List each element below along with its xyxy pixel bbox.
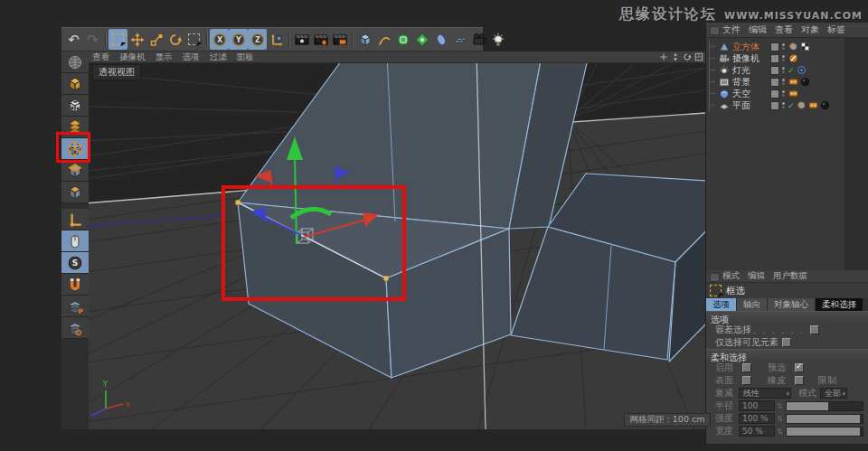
preselect-checkbox[interactable]: [795, 363, 804, 372]
toolbar-button-last-tool[interactable]: [184, 29, 203, 50]
object-row-background[interactable]: 背景: [706, 76, 868, 88]
tag-compositing-icon[interactable]: [808, 100, 819, 110]
toolbar-button-generators[interactable]: [393, 29, 412, 50]
toolbar-button-lock-y[interactable]: Y: [229, 29, 248, 50]
layer-toggle[interactable]: [770, 78, 779, 87]
enable-checkbox[interactable]: [742, 363, 751, 372]
palette-button-edge-mode[interactable]: [61, 160, 89, 182]
visibility-dots[interactable]: [782, 102, 785, 108]
toolbar-button-undo[interactable]: ↶: [64, 29, 83, 50]
toolbar-button-lock-x[interactable]: X: [210, 29, 229, 50]
visibility-dots[interactable]: [782, 79, 785, 85]
visibility-dots[interactable]: [782, 55, 785, 61]
toolbar-button-floor[interactable]: [450, 29, 469, 50]
object-row-plane[interactable]: 平面✓: [706, 99, 868, 111]
palette-button-make-editable[interactable]: [61, 52, 89, 73]
toolbar-button-move[interactable]: [127, 29, 146, 50]
viewport-menu-item-5[interactable]: 面板: [237, 52, 254, 63]
toolbar-button-environment[interactable]: [431, 29, 450, 50]
attribute-tab-轴向[interactable]: 轴向: [737, 298, 768, 311]
strength-slider[interactable]: [786, 414, 863, 424]
palette-button-snap-magnet[interactable]: [61, 274, 89, 296]
falloff-dropdown[interactable]: 线性: [739, 388, 791, 399]
attribute-manager-menu-item-1[interactable]: 编辑: [748, 270, 765, 282]
visibility-dots[interactable]: [782, 90, 785, 97]
tag-phong-icon[interactable]: [788, 42, 798, 52]
width-slider[interactable]: [786, 427, 863, 437]
viewport[interactable]: Y x z 查看摄像机显示选项过滤面板 透视视图 网格间距 : 100 cm: [61, 52, 705, 429]
viewport-control-rotate[interactable]: [683, 52, 692, 61]
viewport-control-pan[interactable]: [659, 52, 668, 61]
tag-compositing-icon[interactable]: [788, 89, 798, 99]
object-manager-menu-item-4[interactable]: 标签: [827, 23, 845, 36]
tag-uvw-icon[interactable]: [799, 42, 810, 52]
viewport-menu-item-3[interactable]: 选项: [183, 52, 200, 63]
attribute-manager-menu-item-0[interactable]: 模式: [722, 270, 740, 282]
layer-toggle[interactable]: [770, 101, 779, 110]
palette-button-enable-axis[interactable]: [61, 209, 89, 230]
radius-field[interactable]: 100 cm: [739, 400, 775, 411]
object-row-light[interactable]: 灯光✓: [706, 64, 868, 76]
attribute-tab-柔和选择[interactable]: 柔和选择: [816, 298, 863, 311]
object-name[interactable]: 摄像机: [732, 52, 770, 65]
enabled-check-icon[interactable]: ✓: [788, 101, 795, 110]
toolbar-button-render-picture[interactable]: [330, 29, 349, 50]
strength-spinner[interactable]: ⇅: [777, 415, 783, 423]
object-manager-menu-item-3[interactable]: 对象: [801, 23, 819, 36]
viewport-control-dolly[interactable]: [671, 52, 680, 61]
palette-button-polygon-mode[interactable]: [61, 182, 89, 203]
toolbar-button-camera[interactable]: [469, 29, 488, 50]
object-name[interactable]: 背景: [732, 76, 770, 89]
object-row-camera[interactable]: 摄像机: [706, 52, 868, 64]
viewport-menu-item-2[interactable]: 显示: [156, 52, 173, 63]
toolbar-button-spline-pen[interactable]: [374, 29, 393, 50]
palette-button-plane-lock[interactable]: [61, 317, 89, 339]
viewport-menu-item-4[interactable]: 过滤: [210, 52, 227, 63]
strength-field[interactable]: 100 %: [739, 413, 775, 424]
toolbar-button-scale[interactable]: [146, 29, 165, 50]
visibility-dots[interactable]: [782, 67, 785, 73]
viewport-menu-item-0[interactable]: 查看: [92, 52, 109, 63]
tag-phong-icon[interactable]: [797, 100, 807, 110]
radius-spinner[interactable]: ⇅: [777, 402, 783, 410]
palette-button-workplane[interactable]: P: [61, 296, 89, 317]
width-field[interactable]: 50 %: [739, 426, 775, 437]
enabled-check-icon[interactable]: ✓: [788, 66, 795, 75]
attribute-tab-对象轴心[interactable]: 对象轴心: [768, 298, 816, 311]
visibility-dots[interactable]: [782, 43, 785, 50]
skin-checkbox[interactable]: [795, 376, 804, 385]
object-row-sky[interactable]: 天空: [706, 88, 868, 99]
only-visible-checkbox[interactable]: [782, 338, 791, 347]
panel-grip-icon[interactable]: [710, 26, 720, 35]
width-spinner[interactable]: ⇅: [777, 428, 783, 436]
object-name[interactable]: 立方体: [732, 41, 770, 53]
object-manager-menu-item-1[interactable]: 编辑: [749, 23, 767, 36]
surface-checkbox[interactable]: [742, 376, 751, 385]
toolbar-button-rotate[interactable]: [165, 29, 184, 50]
attribute-tab-选项[interactable]: 选项: [706, 298, 737, 311]
object-name[interactable]: 平面: [732, 99, 770, 112]
toolbar-button-primitive-cube[interactable]: [355, 29, 374, 50]
viewport-control-maximize[interactable]: [694, 52, 703, 61]
layer-toggle[interactable]: [770, 42, 779, 52]
viewport-label[interactable]: 透视视图: [92, 64, 141, 80]
tag-material-icon[interactable]: [820, 100, 831, 110]
mode-dropdown[interactable]: 全部: [820, 388, 847, 399]
toolbar-button-light[interactable]: [488, 29, 507, 50]
toolbar-button-lock-z[interactable]: Z: [248, 29, 267, 50]
object-manager-menu-item-2[interactable]: 查看: [775, 23, 793, 36]
panel-grip-icon[interactable]: [710, 273, 720, 282]
toolbar-button-live-selection[interactable]: [108, 29, 127, 50]
viewport-menu-item-1[interactable]: 摄像机: [119, 52, 146, 63]
toolbar-button-render-view[interactable]: [292, 29, 311, 50]
tag-target-icon[interactable]: [797, 65, 807, 75]
object-name[interactable]: 天空: [732, 88, 770, 100]
toolbar-button-redo[interactable]: ↷: [83, 29, 102, 50]
tolerant-selection-checkbox[interactable]: [810, 325, 819, 334]
layer-toggle[interactable]: [770, 66, 779, 75]
radius-slider[interactable]: [786, 401, 863, 411]
attribute-manager-menu-item-2[interactable]: 用户数据: [773, 270, 807, 282]
object-manager-menu-item-0[interactable]: 文件: [722, 23, 741, 36]
palette-button-viewport-solo[interactable]: [61, 230, 89, 252]
toolbar-button-coord-system[interactable]: [267, 29, 286, 50]
